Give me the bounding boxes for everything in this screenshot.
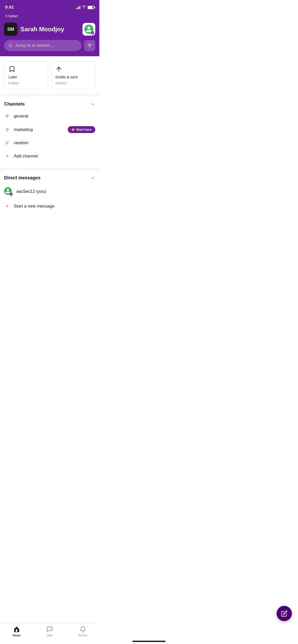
svg-point-0 [9, 44, 12, 47]
channel-item-random[interactable]: # random [0, 137, 99, 149]
safari-bar: Safari [0, 13, 99, 20]
drafts-card[interactable]: Drafts & sent 0 items [51, 61, 95, 89]
user-status-badge: z [91, 31, 94, 35]
search-placeholder: Jump to or search... [15, 43, 53, 48]
dm-avatar-self: z [4, 187, 13, 196]
search-row: Jump to or search... [0, 40, 99, 56]
dm-name-self: aac5ec12 (you) [16, 189, 46, 194]
section-divider-2 [0, 168, 99, 170]
dm-collapse-button[interactable] [90, 175, 95, 181]
start-here-badge: 👉 Start here [68, 126, 95, 133]
filter-button[interactable] [84, 40, 95, 51]
dm-section: Direct messages z aac5ec12 (you) + Start… [0, 170, 99, 218]
app-header: SM Sarah Moodjoy z [0, 20, 99, 40]
drafts-subtitle: 0 items [56, 81, 91, 85]
workspace-name: Sarah Moodjoy [20, 26, 79, 33]
channels-section-header: Channels [0, 101, 99, 110]
safari-back-button[interactable]: Safari [5, 14, 18, 18]
status-time: 9:41 [5, 5, 14, 10]
drafts-title: Drafts & sent [56, 75, 91, 79]
send-icon [56, 66, 63, 73]
quick-access-cards: Later 0 items Drafts & sent 0 items [0, 56, 99, 94]
add-channel-item[interactable]: + Add channel [0, 149, 99, 163]
section-divider-1 [0, 94, 99, 96]
channel-name-marketing: marketing [14, 127, 64, 132]
later-card[interactable]: Later 0 items [4, 61, 48, 89]
channels-collapse-button[interactable] [90, 102, 95, 107]
workspace-avatar: SM [4, 23, 17, 36]
wifi-icon [82, 5, 86, 9]
channel-name-random: random [14, 140, 95, 145]
filter-icon [88, 44, 92, 47]
hash-icon: # [4, 127, 10, 133]
status-icons [76, 5, 94, 9]
plus-icon: + [4, 153, 10, 159]
plus-icon: + [4, 203, 10, 210]
dm-item-self[interactable]: z aac5ec12 (you) [0, 184, 99, 199]
new-message-label: Start a new message [14, 204, 55, 209]
safari-back-label: Safari [8, 14, 18, 18]
channel-name-general: general [14, 114, 95, 119]
hash-icon: # [4, 113, 10, 119]
bookmark-icon [8, 66, 16, 73]
dm-title: Direct messages [4, 175, 40, 181]
battery-icon [88, 6, 94, 9]
search-box[interactable]: Jump to or search... [4, 40, 82, 51]
dm-status-badge: z [9, 193, 13, 196]
later-subtitle: 0 items [8, 81, 44, 85]
hash-icon: # [4, 140, 10, 146]
signal-bars-icon [76, 6, 80, 9]
status-bar: 9:41 [0, 0, 99, 13]
new-message-item[interactable]: + Start a new message [0, 199, 99, 213]
channels-section: Channels # general # marketing 👉 Start h… [0, 96, 99, 168]
main-content: Later 0 items Drafts & sent 0 items Chan… [0, 56, 99, 254]
user-avatar[interactable]: z [83, 23, 95, 36]
channels-title: Channels [4, 101, 25, 107]
add-channel-label: Add channel [14, 154, 38, 159]
channel-item-general[interactable]: # general [0, 110, 99, 123]
dm-section-header: Direct messages [0, 175, 99, 184]
later-title: Later [8, 75, 44, 79]
channel-item-marketing[interactable]: # marketing 👉 Start here [0, 123, 99, 137]
search-icon [8, 43, 13, 48]
